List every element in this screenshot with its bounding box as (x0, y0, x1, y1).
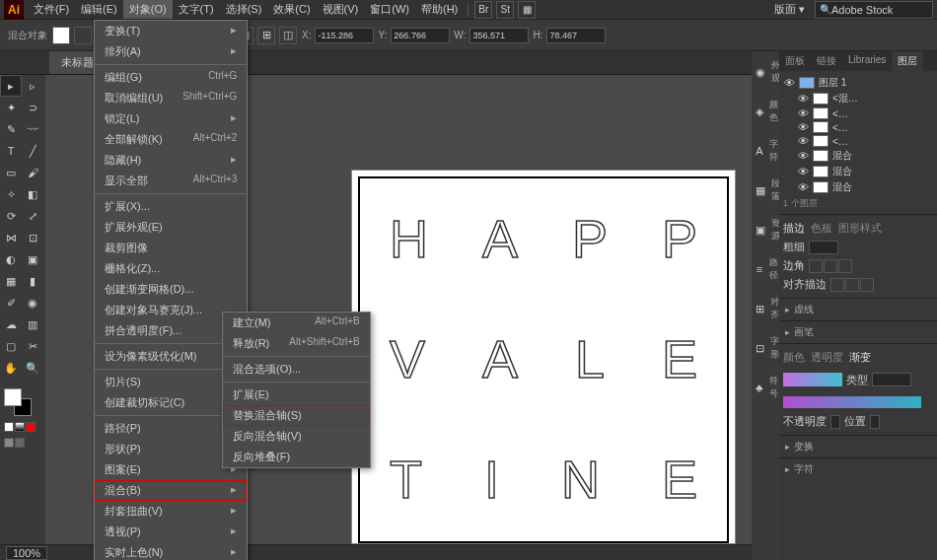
menu-object[interactable]: 对象(O) (123, 0, 173, 19)
menu-help[interactable]: 帮助(H) (415, 0, 464, 19)
tab-color[interactable]: 颜色 (783, 350, 805, 365)
visibility-icon[interactable]: 👁 (797, 93, 809, 105)
menu-file[interactable]: 文件(F) (28, 0, 75, 19)
panel-icon[interactable]: ▦ (756, 181, 765, 199)
panel-icon[interactable]: ▣ (756, 221, 765, 239)
layer-name[interactable]: <… (832, 136, 933, 147)
letter[interactable]: E (662, 449, 697, 510)
width-tool[interactable]: ⋈ (0, 227, 22, 248)
character-section[interactable]: 字符 (779, 457, 937, 480)
visibility-icon[interactable]: 👁 (797, 166, 809, 177)
tab-stroke[interactable]: 描边 (783, 221, 805, 236)
free-transform-tool[interactable]: ⊡ (22, 227, 43, 248)
align-icon[interactable] (860, 278, 874, 292)
layer-name[interactable]: <… (832, 108, 933, 119)
bridge-icon[interactable]: Br (474, 1, 492, 19)
stroke-swatch[interactable] (74, 27, 92, 44)
corner-icon[interactable] (809, 259, 823, 273)
layer-row[interactable]: 👁混合 (783, 148, 933, 164)
visibility-icon[interactable]: 👁 (797, 181, 809, 193)
visibility-icon[interactable]: 👁 (797, 135, 809, 147)
curvature-tool[interactable]: 〰 (22, 118, 43, 140)
artboard-tool[interactable]: ▢ (0, 335, 22, 357)
layer-row[interactable]: 👁混合 (783, 164, 933, 179)
gradient-preview[interactable] (783, 373, 842, 386)
menu-view[interactable]: 视图(V) (317, 0, 365, 19)
fill-swatch[interactable] (52, 27, 70, 44)
transform-icon[interactable]: ◫ (279, 27, 297, 44)
visibility-icon[interactable]: 👁 (797, 150, 809, 162)
screen-normal[interactable] (4, 438, 14, 448)
x-value[interactable]: -115.286 (315, 28, 374, 43)
letter[interactable]: E (662, 328, 697, 389)
tab-graphic-styles[interactable]: 图形样式 (838, 221, 882, 236)
layer-name[interactable]: 混合 (832, 165, 933, 178)
type-tool[interactable]: T (0, 140, 22, 162)
panel-icon[interactable]: ◈ (756, 103, 763, 120)
workspace-label[interactable]: 版面 ▾ (768, 0, 811, 19)
letter[interactable]: V (390, 328, 425, 389)
eraser-tool[interactable]: ◧ (22, 183, 43, 205)
visibility-icon[interactable]: 👁 (797, 107, 809, 119)
lasso-tool[interactable]: ⊃ (22, 97, 43, 118)
letter[interactable]: N (561, 449, 600, 510)
blend-tool[interactable]: ◉ (22, 292, 43, 314)
arrange-icon[interactable]: ▦ (518, 1, 536, 19)
letter[interactable]: T (390, 449, 422, 510)
zoom-tool[interactable]: 🔍 (22, 357, 43, 379)
gradient-tool[interactable]: ▮ (22, 270, 43, 292)
menu-item[interactable]: 创建渐变网格(D)... (95, 279, 247, 300)
tab-artboards[interactable]: 面板 (779, 51, 811, 71)
menu-item[interactable]: 编组(G)Ctrl+G (95, 67, 247, 88)
shape-icon[interactable]: ⊞ (257, 27, 275, 44)
submenu-item[interactable]: 反向混合轴(V) (223, 426, 370, 447)
fill-color[interactable] (4, 388, 22, 406)
layer-row[interactable]: 👁<… (783, 134, 933, 148)
magic-wand-tool[interactable]: ✦ (0, 97, 22, 118)
search-input[interactable]: 🔍 Adobe Stock (815, 1, 933, 19)
panel-icon[interactable]: ⊞ (756, 300, 764, 317)
grad-opacity-drop[interactable] (830, 415, 840, 429)
perspective-tool[interactable]: ▣ (22, 248, 43, 270)
hand-tool[interactable]: ✋ (0, 357, 22, 379)
line-tool[interactable]: ╱ (22, 140, 43, 162)
tab-swatches[interactable]: 色板 (811, 221, 832, 236)
layer-name[interactable]: 混合 (832, 180, 933, 194)
menu-select[interactable]: 选择(S) (220, 0, 268, 19)
menu-type[interactable]: 文字(T) (173, 0, 220, 19)
mesh-tool[interactable]: ▦ (0, 270, 22, 292)
w-value[interactable]: 356.571 (469, 28, 529, 43)
tab-gradient[interactable]: 渐变 (849, 350, 871, 365)
rotate-tool[interactable]: ⟳ (0, 205, 22, 227)
panel-icon[interactable]: A (756, 142, 763, 160)
letter[interactable]: P (662, 208, 697, 269)
letter[interactable]: L (575, 328, 605, 389)
grad-position-drop[interactable] (870, 415, 880, 429)
layer-row[interactable]: 👁混合 (783, 179, 933, 195)
panel-icon[interactable]: ◉ (756, 63, 765, 81)
h-value[interactable]: 78.467 (546, 28, 606, 43)
menu-window[interactable]: 窗口(W) (364, 0, 415, 19)
letter[interactable]: H (390, 208, 428, 269)
layer-name[interactable]: 图层 1 (819, 76, 933, 90)
corner-icon[interactable] (824, 259, 837, 273)
menu-item[interactable]: 锁定(L) (95, 108, 247, 129)
tab-libraries[interactable]: Libraries (842, 51, 892, 71)
submenu-item[interactable]: 建立(M)Alt+Ctrl+B (223, 313, 370, 333)
dash-section[interactable]: 虚线 (779, 298, 937, 320)
panel-icon[interactable]: ♣ (756, 379, 763, 396)
visibility-icon[interactable]: 👁 (783, 77, 795, 89)
layer-row[interactable]: 👁<混… (783, 91, 933, 106)
menu-item[interactable]: 全部解锁(K)Alt+Ctrl+2 (95, 129, 247, 150)
layer-name[interactable]: <… (832, 122, 933, 133)
brush-tool[interactable]: 🖌 (22, 162, 43, 183)
tab-layers[interactable]: 图层 (892, 51, 923, 71)
tab-transparency[interactable]: 透明度 (811, 350, 843, 365)
visibility-icon[interactable]: 👁 (797, 121, 809, 133)
menu-item[interactable]: 封套扭曲(V) (95, 501, 247, 522)
layer-name[interactable]: <混… (832, 92, 933, 105)
shaper-tool[interactable]: ✧ (0, 183, 22, 205)
letter[interactable]: P (572, 208, 608, 269)
menu-edit[interactable]: 编辑(E) (75, 0, 123, 19)
pen-tool[interactable]: ✎ (0, 118, 22, 140)
